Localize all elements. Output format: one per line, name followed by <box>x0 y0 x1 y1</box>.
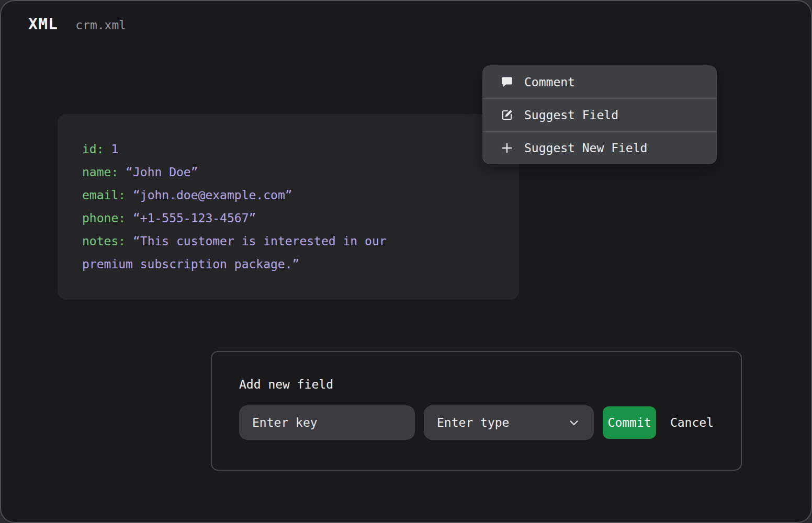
header: XML crm.xml <box>28 15 126 33</box>
add-field-row: Enter type Commit Cancel <box>239 405 714 440</box>
plus-icon <box>501 142 513 154</box>
commit-button[interactable]: Commit <box>603 406 656 439</box>
menu-item-suggest-field[interactable]: Suggest Field <box>482 98 717 131</box>
code-field-name[interactable]: name: “John Doe” <box>82 161 430 184</box>
filename: crm.xml <box>75 18 126 32</box>
code-field-notes[interactable]: notes: “This customer is interested in o… <box>82 230 430 276</box>
cancel-button[interactable]: Cancel <box>670 416 714 429</box>
menu-item-comment[interactable]: Comment <box>482 65 717 98</box>
code-field-id[interactable]: id: 1 <box>82 138 430 161</box>
menu-item-label: Comment <box>524 75 575 89</box>
menu-item-suggest-new-field[interactable]: Suggest New Field <box>482 131 717 164</box>
code-field-email[interactable]: email: “john.doe@example.com” <box>82 184 430 207</box>
code-lines: id: 1name: “John Doe”email: “john.doe@ex… <box>82 138 430 276</box>
type-select-placeholder: Enter type <box>437 416 509 429</box>
context-menu: Comment Suggest Field Suggest New Field <box>482 65 717 164</box>
chevron-down-icon <box>567 416 581 429</box>
code-block: id: 1name: “John Doe”email: “john.doe@ex… <box>58 114 519 300</box>
code-field-phone[interactable]: phone: “+1-555-123-4567” <box>82 207 430 230</box>
add-field-title: Add new field <box>239 378 714 391</box>
menu-item-label: Suggest Field <box>524 108 618 122</box>
comment-icon <box>501 76 513 88</box>
menu-item-label: Suggest New Field <box>524 141 647 155</box>
edit-icon <box>501 109 513 121</box>
xml-logo: XML <box>28 15 58 33</box>
key-input[interactable] <box>239 405 415 440</box>
add-field-panel: Add new field Enter type Commit Cancel <box>211 351 742 471</box>
type-select[interactable]: Enter type <box>424 405 594 440</box>
xml-editor-window: XML crm.xml id: 1name: “John Doe”email: … <box>0 0 812 523</box>
